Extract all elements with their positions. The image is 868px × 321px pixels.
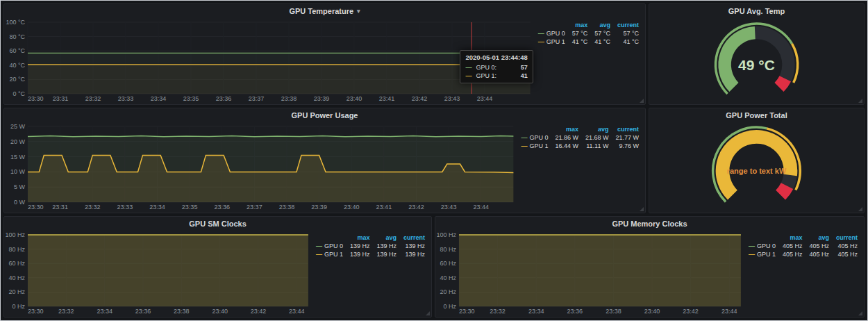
- panel-body: 0 W5 W10 W15 W20 W25 W23:3023:3123:3223:…: [4, 122, 645, 213]
- legend-current-value: 41 °C: [614, 38, 642, 46]
- legend-current-value: 21.77 W: [612, 133, 642, 142]
- legend-header-max[interactable]: max: [779, 233, 806, 242]
- svg-text:60 Hz: 60 Hz: [8, 260, 25, 267]
- panel-header-gpu-power-total[interactable]: GPU Power Total: [649, 108, 864, 122]
- svg-text:23:36: 23:36: [567, 308, 583, 315]
- legend-header-avg[interactable]: avg: [582, 125, 612, 133]
- panel-gpu-power-usage: GPU Power Usage 0 W5 W10 W15 W20 W25 W23…: [3, 108, 646, 213]
- panel-title-text: GPU Power Total: [726, 111, 787, 120]
- legend-avg-value: 139 Hz: [373, 242, 400, 250]
- svg-text:23:40: 23:40: [344, 204, 360, 211]
- tooltip-series-value: 41: [521, 72, 528, 80]
- legend-header-avg[interactable]: avg: [806, 233, 833, 242]
- svg-text:23:33: 23:33: [118, 95, 134, 102]
- series-color-icon: —: [538, 38, 544, 45]
- tooltip-row: — GPU 0: 57: [465, 63, 527, 72]
- svg-text:23:35: 23:35: [183, 95, 199, 102]
- legend-header-max[interactable]: max: [569, 21, 592, 29]
- panel-body: range to text kW: [649, 122, 864, 213]
- svg-text:20 Hz: 20 Hz: [8, 288, 25, 295]
- panel-title-text: GPU Memory Clocks: [612, 220, 687, 228]
- series-name[interactable]: GPU 0: [529, 134, 548, 141]
- svg-text:23:40: 23:40: [212, 308, 228, 315]
- svg-text:23:32: 23:32: [85, 95, 101, 102]
- svg-text:23:41: 23:41: [379, 95, 395, 102]
- series-name[interactable]: GPU 1: [546, 38, 565, 45]
- panel-header-gpu-avg-temp[interactable]: GPU Avg. Temp: [649, 4, 864, 18]
- gpu-power-usage-chart[interactable]: 0 W5 W10 W15 W20 W25 W23:3023:3123:3223:…: [6, 122, 517, 211]
- svg-text:23:38: 23:38: [174, 308, 190, 315]
- tooltip-series-name: GPU 0:: [476, 63, 496, 72]
- legend-header-avg[interactable]: avg: [591, 21, 614, 29]
- svg-text:23:38: 23:38: [606, 308, 621, 315]
- svg-text:23:36: 23:36: [214, 204, 230, 211]
- chart-area: 0 Hz20 Hz40 Hz60 Hz80 Hz100 Hz23:3023:32…: [6, 231, 312, 315]
- legend-header-current[interactable]: current: [833, 233, 861, 242]
- dashboard-row-2: GPU Power Usage 0 W5 W10 W15 W20 W25 W23…: [3, 108, 865, 213]
- legend-header-max[interactable]: max: [347, 233, 374, 242]
- panel-gpu-temperature: GPU Temperature ▾ 0 °C20 °C40 °C60 °C80 …: [3, 3, 646, 105]
- svg-text:100 Hz: 100 Hz: [437, 231, 456, 238]
- legend-header-avg[interactable]: avg: [373, 233, 400, 242]
- svg-text:23:34: 23:34: [97, 308, 112, 315]
- svg-text:23:39: 23:39: [311, 204, 327, 211]
- legend-current-value: 405 Hz: [833, 250, 861, 258]
- panel-header-gpu-power-usage[interactable]: GPU Power Usage: [4, 108, 645, 122]
- legend-max-value: 405 Hz: [779, 250, 806, 258]
- legend-max-value: 139 Hz: [347, 250, 374, 258]
- series-name[interactable]: GPU 1: [757, 251, 776, 258]
- legend-header-current[interactable]: current: [400, 233, 428, 242]
- legend-table: max avg current —GPU 0 405 Hz 405 Hz 405…: [745, 233, 861, 258]
- panel-gpu-sm-clocks: GPU SM Clocks 0 Hz20 Hz40 Hz60 Hz80 Hz10…: [3, 216, 432, 318]
- series-name[interactable]: GPU 1: [324, 251, 343, 258]
- svg-text:100 °C: 100 °C: [6, 19, 25, 26]
- gpu-memory-clocks-chart[interactable]: 0 Hz20 Hz40 Hz60 Hz80 Hz100 Hz23:3023:32…: [437, 231, 745, 315]
- svg-text:0 W: 0 W: [14, 199, 26, 206]
- series-color-icon: —: [316, 242, 322, 249]
- legend-avg-value: 41 °C: [591, 38, 614, 46]
- panel-title-text: GPU Temperature: [289, 7, 353, 15]
- svg-text:23:34: 23:34: [149, 204, 165, 211]
- panel-header-gpu-temperature[interactable]: GPU Temperature ▾: [4, 4, 645, 18]
- svg-text:10 W: 10 W: [10, 168, 26, 175]
- svg-text:23:38: 23:38: [279, 204, 295, 211]
- svg-text:23:40: 23:40: [644, 308, 660, 315]
- svg-text:23:31: 23:31: [52, 204, 68, 211]
- series-color-icon: —: [316, 251, 322, 258]
- tooltip-series-value: 57: [521, 63, 528, 72]
- legend-row: —GPU 1 405 Hz 405 Hz 405 Hz: [745, 250, 861, 258]
- panel-header-gpu-sm-clocks[interactable]: GPU SM Clocks: [4, 217, 431, 231]
- legend-row: —GPU 0 21.86 W 21.68 W 21.77 W: [517, 133, 642, 142]
- svg-text:15 W: 15 W: [10, 154, 26, 160]
- series-name[interactable]: GPU 0: [757, 242, 776, 249]
- svg-text:60 Hz: 60 Hz: [440, 260, 456, 267]
- svg-text:20 Hz: 20 Hz: [440, 288, 456, 295]
- svg-text:5 W: 5 W: [14, 183, 26, 190]
- panel-title-text: GPU Power Usage: [292, 111, 358, 120]
- svg-text:23:30: 23:30: [459, 308, 475, 315]
- series-name[interactable]: GPU 0: [546, 30, 565, 37]
- legend-header-current[interactable]: current: [612, 125, 642, 133]
- svg-text:40 Hz: 40 Hz: [440, 274, 456, 281]
- legend-header-max[interactable]: max: [551, 125, 582, 133]
- svg-text:23:42: 23:42: [683, 308, 699, 315]
- gpu-sm-clocks-chart[interactable]: 0 Hz20 Hz40 Hz60 Hz80 Hz100 Hz23:3023:32…: [6, 231, 312, 315]
- series-color-icon: —: [749, 251, 755, 258]
- legend-row: —GPU 1 16.44 W 11.11 W 9.76 W: [517, 142, 642, 150]
- legend-header-current[interactable]: current: [614, 21, 642, 29]
- legend-header-row: max avg current: [745, 233, 861, 242]
- panel-header-gpu-memory-clocks[interactable]: GPU Memory Clocks: [435, 217, 864, 231]
- panel-resize-handle[interactable]: [638, 97, 645, 104]
- series-color-icon: —: [749, 242, 755, 249]
- svg-text:23:32: 23:32: [58, 308, 74, 315]
- svg-text:23:42: 23:42: [412, 95, 428, 102]
- gpu-temperature-chart[interactable]: 0 °C20 °C40 °C60 °C80 °C100 °C23:3023:31…: [6, 18, 535, 103]
- graph-tooltip: 2020-05-01 23:44:48 — GPU 0: 57 — GPU 1:…: [460, 50, 533, 83]
- chart-area: 0 °C20 °C40 °C60 °C80 °C100 °C23:3023:31…: [6, 18, 535, 103]
- legend-current-value: 57 °C: [614, 29, 642, 38]
- svg-text:0 °C: 0 °C: [12, 90, 25, 97]
- svg-text:23:30: 23:30: [28, 308, 44, 315]
- legend-avg-value: 11.11 W: [582, 142, 612, 150]
- series-name[interactable]: GPU 0: [324, 242, 343, 249]
- series-name[interactable]: GPU 1: [529, 142, 548, 149]
